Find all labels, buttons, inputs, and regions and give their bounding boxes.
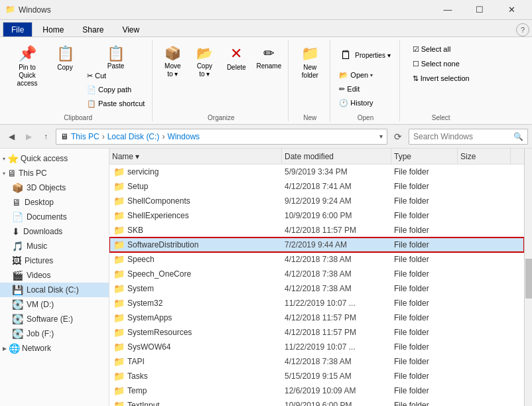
sidebar-thispc-header[interactable]: ▾ 🖥 This PC — [0, 166, 109, 180]
thispc-arrow: ▾ — [3, 170, 5, 176]
delete-label: Delete — [227, 64, 246, 71]
rename-button[interactable]: ✏ Rename — [253, 42, 284, 82]
help-button[interactable]: ? — [516, 23, 529, 36]
sidebar-network-header[interactable]: ▶ 🌐 Network — [0, 341, 109, 356]
invert-selection-button[interactable]: ⇅ Invert selection — [409, 72, 473, 85]
scrollbar-track[interactable] — [524, 149, 532, 406]
tab-home[interactable]: Home — [34, 22, 72, 36]
open-group: 🗒 Properties ▾ 📂 Open ▾ ✏ Edit 🕐 History — [332, 40, 399, 121]
folder-icon: 📁 — [113, 298, 125, 308]
properties-button[interactable]: 🗒 Properties ▾ — [336, 42, 395, 68]
col-header-date[interactable]: Date modified — [282, 149, 391, 164]
sidebar-item-desktop[interactable]: 🖥 Desktop — [0, 195, 109, 210]
sidebar: ▾ ⭐ Quick access ▾ 🖥 This PC 📦 3D Object… — [0, 149, 109, 406]
file-row-systemresources[interactable]: 📁SystemResources 4/12/2018 11:57 PM File… — [109, 325, 524, 340]
copy-button[interactable]: 📋 Copy — [49, 42, 81, 82]
sidebar-item-downloads[interactable]: ⬇ Downloads — [0, 224, 109, 239]
ribbon-toolbar: 📌 Pin to Quickaccess 📋 Copy 📋 Paste ✂ Cu… — [0, 37, 532, 125]
tab-file[interactable]: File — [3, 22, 33, 36]
desktop-label: Desktop — [25, 198, 54, 207]
back-button[interactable]: ◀ — [4, 129, 19, 144]
select-all-button[interactable]: ☑ Select all — [409, 42, 473, 56]
file-row-system[interactable]: 📁System 4/12/2018 7:38 AM File folder — [109, 281, 524, 296]
file-row-textinput[interactable]: 📁TextInput 10/9/2019 6:00 PM File folder — [109, 398, 524, 406]
file-row-tasks[interactable]: 📁Tasks 5/15/2019 9:15 AM File folder — [109, 369, 524, 383]
pin-label: Pin to Quickaccess — [13, 64, 42, 88]
new-group-label: New — [303, 113, 316, 121]
file-row-syswow64[interactable]: 📁SysWOW64 11/22/2019 10:07 ... File fold… — [109, 340, 524, 354]
new-folder-button[interactable]: 📁 Newfolder — [294, 42, 326, 82]
move-to-button[interactable]: 📦 Moveto ▾ — [158, 42, 187, 82]
file-row-system32[interactable]: 📁System32 11/22/2019 10:07 ... File fold… — [109, 296, 524, 310]
paste-group: 📋 Paste ✂ Cut 📄 Copy path 📋 Paste shortc… — [84, 42, 148, 110]
sidebar-item-localdisk[interactable]: 💾 Local Disk (C:) — [0, 283, 109, 297]
select-none-button[interactable]: ☐ Select none — [409, 57, 473, 70]
tab-share[interactable]: Share — [74, 22, 112, 36]
address-path[interactable]: 🖥 This PC › Local Disk (C:) › Windows ▾ — [56, 129, 387, 145]
downloads-icon: ⬇ — [12, 226, 20, 237]
cut-button[interactable]: ✂ Cut — [84, 69, 148, 82]
move-label: Moveto ▾ — [165, 62, 180, 78]
file-row-systemapps[interactable]: 📁SystemApps 4/12/2018 11:57 PM File fold… — [109, 310, 524, 325]
path-localdisk[interactable]: Local Disk (C:) — [107, 132, 160, 141]
tab-view[interactable]: View — [113, 22, 148, 36]
file-row-softwaredistribution[interactable]: 📁SoftwareDistribution 7/2/2019 9:44 AM F… — [109, 237, 524, 252]
close-button[interactable]: ✕ — [496, 0, 527, 20]
refresh-button[interactable]: ⟳ — [390, 129, 406, 145]
sidebar-item-vm[interactable]: 💽 VM (D:) — [0, 297, 109, 312]
3dobjects-icon: 📦 — [12, 182, 23, 193]
sidebar-quick-access-header[interactable]: ▾ ⭐ Quick access — [0, 151, 109, 166]
props-buttons: 🗒 Properties ▾ 📂 Open ▾ ✏ Edit 🕐 History — [336, 42, 395, 109]
sidebar-item-3dobjects[interactable]: 📦 3D Objects — [0, 180, 109, 195]
paste-button[interactable]: 📋 Paste — [100, 42, 132, 69]
file-row-shellexperiences[interactable]: 📁ShellExperiences 10/9/2019 6:00 PM File… — [109, 208, 524, 223]
file-row-speech[interactable]: 📁Speech 4/12/2018 7:38 AM File folder — [109, 252, 524, 267]
path-thispc[interactable]: This PC — [71, 132, 100, 141]
sidebar-item-videos[interactable]: 🎬 Videos — [0, 268, 109, 283]
file-row-temp[interactable]: 📁Temp 12/6/2019 10:09 AM File folder — [109, 383, 524, 398]
file-row-tapi[interactable]: 📁TAPI 4/12/2018 7:38 AM File folder — [109, 354, 524, 369]
edit-button[interactable]: ✏ Edit — [336, 82, 363, 96]
open-btn[interactable]: 📂 Open ▾ — [336, 68, 376, 82]
pin-quick-access-button[interactable]: 📌 Pin to Quickaccess — [8, 42, 46, 82]
new-group: 📁 Newfolder New — [290, 40, 330, 121]
search-box[interactable]: 🔍 — [409, 129, 528, 145]
file-row-speech-onecore[interactable]: 📁Speech_OneCore 4/12/2018 7:38 AM File f… — [109, 267, 524, 281]
col-header-name[interactable]: Name ▾ — [109, 149, 282, 164]
desktop-icon: 🖥 — [12, 197, 21, 208]
sidebar-item-documents[interactable]: 📄 Documents — [0, 210, 109, 224]
folder-icon: 📁 — [113, 371, 125, 381]
edit-label: Edit — [347, 85, 360, 93]
col-header-size[interactable]: Size — [458, 149, 511, 164]
software-icon: 💽 — [12, 314, 23, 324]
path-windows[interactable]: Windows — [167, 132, 200, 141]
file-row-servicing[interactable]: 📁servicing 5/9/2019 3:34 PM File folder — [109, 165, 524, 179]
maximize-button[interactable]: ☐ — [464, 0, 495, 20]
sidebar-item-job[interactable]: 💽 Job (F:) — [0, 326, 109, 341]
folder-icon: 📁 — [113, 312, 125, 323]
folder-icon: 📁 — [113, 356, 125, 367]
file-row-skb[interactable]: 📁SKB 4/12/2018 11:57 PM File folder — [109, 223, 524, 237]
sidebar-item-software[interactable]: 💽 Software (E:) — [0, 312, 109, 326]
col-header-type[interactable]: Type — [391, 149, 458, 164]
job-label: Job (F:) — [27, 329, 54, 338]
path-dropdown-arrow[interactable]: ▾ — [379, 133, 383, 140]
minimize-button[interactable]: — — [432, 0, 463, 20]
delete-button[interactable]: ✕ Delete — [222, 42, 251, 82]
file-row-shellcomponents[interactable]: 📁ShellComponents 9/12/2019 9:24 AM File … — [109, 194, 524, 208]
forward-button[interactable]: ▶ — [21, 129, 36, 144]
search-input[interactable] — [413, 132, 513, 141]
paste-shortcut-button[interactable]: 📋 Paste shortcut — [84, 97, 148, 110]
scrollbar-thumb[interactable] — [525, 259, 532, 299]
delete-icon: ✕ — [230, 45, 242, 62]
sidebar-item-pictures[interactable]: 🖼 Pictures — [0, 253, 109, 268]
file-row-setup[interactable]: 📁Setup 4/12/2018 7:41 AM File folder — [109, 179, 524, 194]
window-icon: 📁 — [5, 5, 16, 15]
history-button[interactable]: 🕐 History — [336, 96, 376, 109]
up-button[interactable]: ↑ — [38, 129, 53, 144]
localdisk-icon: 💾 — [12, 285, 23, 295]
copy-path-button[interactable]: 📄 Copy path — [84, 83, 148, 96]
paste-icon: 📋 — [107, 45, 125, 62]
copy-to-button[interactable]: 📂 Copyto ▾ — [190, 42, 219, 82]
sidebar-item-music[interactable]: 🎵 Music — [0, 239, 109, 253]
